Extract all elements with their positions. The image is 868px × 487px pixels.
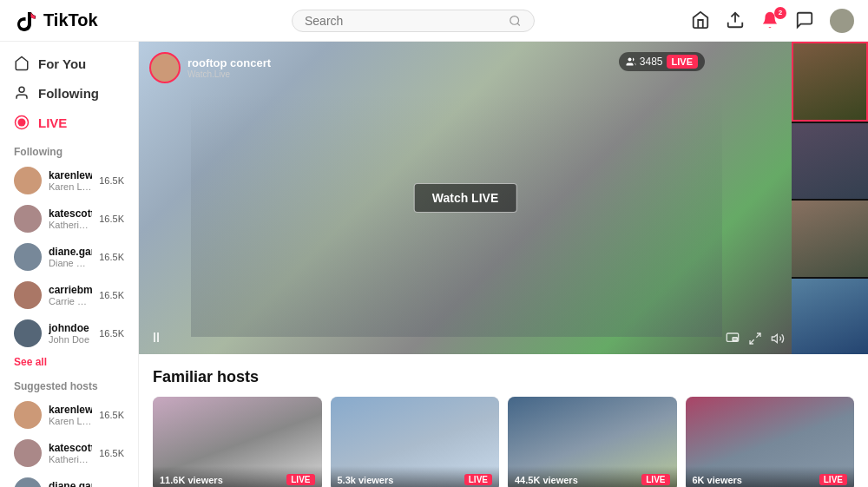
search-input[interactable] <box>305 14 502 28</box>
sidebar-username: diane.garner✓ <box>49 480 92 487</box>
sidebar-item-following[interactable]: Following <box>0 78 138 108</box>
host-card[interactable]: 6K viewers LIVE <box>686 397 855 487</box>
sidebar-username: katescott <box>49 207 92 220</box>
sidebar-user-item[interactable]: karenlewis✓ Karen Lewis 16.5K <box>0 161 138 200</box>
viewers-icon <box>626 56 636 67</box>
thumbnail-item[interactable] <box>792 279 868 355</box>
thumbnail-item[interactable] <box>792 123 868 200</box>
host-card[interactable]: 5.3k viewers LIVE <box>331 397 500 487</box>
sidebar-count: 16.5K <box>99 290 124 300</box>
see-all-button[interactable]: See all <box>0 352 138 372</box>
search-icon <box>509 14 522 28</box>
sidebar-avatar <box>14 205 42 233</box>
main-content: rooftop concert Watch.Live 3485 LIVE Wat… <box>139 42 868 487</box>
sidebar-user-info: katescott Katherine Scott <box>49 207 92 230</box>
live-people-overlay <box>191 94 722 337</box>
pause-button[interactable]: ⏸ <box>149 330 163 346</box>
tiktok-logo-icon <box>14 9 38 33</box>
volume-button[interactable] <box>771 332 785 346</box>
sidebar-user-info: karenlewis✓ Karen Lewis <box>49 404 92 426</box>
sidebar-avatar <box>14 477 42 487</box>
sidebar-user-item[interactable]: diane.garner✓ Diane Garner 16.5K <box>0 238 138 276</box>
host-card-image: 6K viewers LIVE <box>686 397 855 487</box>
sidebar-username: katescott <box>49 442 92 454</box>
sidebar-user-item[interactable]: johndoe✓ John Doe 16.5K <box>0 314 138 352</box>
sidebar-avatar <box>14 167 42 194</box>
live-controls-left: ⏸ <box>149 330 163 346</box>
logo[interactable]: TikTok <box>14 9 135 33</box>
host-card-viewers: 11.6K viewers <box>160 475 223 485</box>
host-card-image: 11.6K viewers LIVE <box>153 397 322 487</box>
search-input-wrap[interactable] <box>292 10 535 32</box>
live-host-info: rooftop concert Watch.Live <box>149 52 271 83</box>
sidebar-username: karenlewis✓ <box>49 169 92 181</box>
logo-text: TikTok <box>43 10 98 30</box>
host-card[interactable]: 11.6K viewers LIVE <box>153 397 322 487</box>
host-card-viewers: 44.5K viewers <box>515 475 578 485</box>
user-avatar[interactable] <box>830 9 854 33</box>
sidebar-realname: Katherine Scott <box>49 220 92 230</box>
sidebar-user-item[interactable]: katescott Katherine Scott 16.5K <box>0 200 138 238</box>
sidebar-user-item[interactable]: diane.garner✓ Diane Garner 16.5K <box>0 472 138 487</box>
host-card-viewers: 5.3k viewers <box>338 475 394 485</box>
sidebar-item-live[interactable]: LIVE <box>0 108 138 137</box>
host-card-live-badge: LIVE <box>286 474 314 485</box>
sidebar-user-info: karenlewis✓ Karen Lewis <box>49 169 92 192</box>
notification-badge: 2 <box>774 7 786 19</box>
sidebar-count: 16.5K <box>99 175 124 186</box>
suggested-users-list: karenlewis✓ Karen Lewis 16.5K katescott … <box>0 396 138 487</box>
svg-line-9 <box>756 333 760 338</box>
sidebar-user-item[interactable]: carriebm Carrie Bowman 16.5K <box>0 276 138 314</box>
sidebar-user-info: carriebm Carrie Bowman <box>49 284 92 306</box>
host-card-viewers: 6K viewers <box>693 475 742 485</box>
live-label: LIVE <box>38 115 67 130</box>
sidebar-realname: Katherine Scott <box>49 454 92 464</box>
svg-point-0 <box>510 16 519 24</box>
sidebar: For You Following LIVE Following karenle… <box>0 42 139 487</box>
sidebar-count: 16.5K <box>99 448 124 458</box>
viewer-count: 3485 LIVE <box>619 52 705 71</box>
message-icon[interactable] <box>795 10 816 31</box>
svg-line-1 <box>518 23 521 25</box>
concert-label: rooftop concert <box>187 56 271 69</box>
sidebar-realname: Diane Garner <box>49 258 92 268</box>
sidebar-avatar <box>14 243 42 271</box>
fullscreen-button[interactable] <box>748 332 762 346</box>
host-card[interactable]: 44.5K viewers LIVE <box>508 397 677 487</box>
thumbnail-item[interactable] <box>792 201 868 277</box>
host-card-image: 44.5K viewers LIVE <box>508 397 677 487</box>
watch-live-button[interactable]: Watch LIVE <box>414 183 517 213</box>
sidebar-username: johndoe✓ <box>49 322 92 334</box>
sidebar-username: karenlewis✓ <box>49 404 92 416</box>
sidebar-user-item[interactable]: katescott Katherine Scott 16.5K <box>0 434 138 472</box>
sidebar-user-info: katescott Katherine Scott <box>49 442 92 464</box>
host-card-live-badge: LIVE <box>464 474 492 485</box>
live-host-name: Watch.Live <box>187 69 271 79</box>
upload-icon[interactable] <box>726 10 746 31</box>
home-nav-icon <box>14 56 30 71</box>
pip-button[interactable] <box>726 332 740 346</box>
live-host-text: rooftop concert Watch.Live <box>187 56 271 79</box>
main-layout: For You Following LIVE Following karenle… <box>0 42 868 487</box>
host-card-image: 5.3k viewers LIVE <box>331 397 500 487</box>
suggested-section-label: Suggested hosts <box>0 372 138 396</box>
thumbnail-item[interactable] <box>792 42 868 122</box>
sidebar-avatar <box>14 401 42 429</box>
person-nav-icon <box>14 85 30 101</box>
svg-point-6 <box>628 58 631 62</box>
following-section-label: Following <box>0 137 138 161</box>
sidebar-user-item[interactable]: karenlewis✓ Karen Lewis 16.5K <box>0 396 138 434</box>
sidebar-user-info: diane.garner✓ Diane Garner <box>49 246 92 268</box>
host-card-live-badge: LIVE <box>819 474 847 485</box>
live-main-player[interactable]: rooftop concert Watch.Live 3485 LIVE Wat… <box>139 42 792 354</box>
sidebar-count: 16.5K <box>99 328 124 339</box>
home-icon[interactable] <box>691 10 712 31</box>
svg-point-4 <box>18 119 26 127</box>
notification-icon[interactable]: 2 <box>760 10 781 31</box>
sidebar-username: diane.garner✓ <box>49 246 92 258</box>
sidebar-item-for-you[interactable]: For You <box>0 49 138 78</box>
sidebar-avatar <box>14 319 42 347</box>
live-badge: LIVE <box>667 55 698 69</box>
live-host-avatar <box>149 52 181 83</box>
svg-rect-8 <box>733 338 737 341</box>
